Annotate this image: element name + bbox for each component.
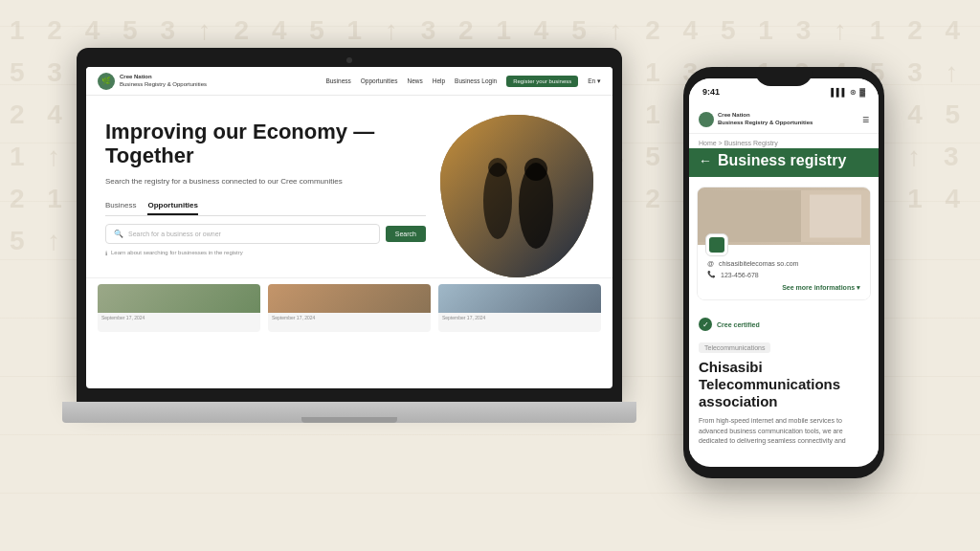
tab-opportunities[interactable]: Opportunities	[147, 201, 197, 215]
laptop-base	[62, 402, 636, 423]
phone-business-card: @ chisasibitelecomas so.com 📞 123-456-67…	[697, 187, 871, 300]
business-logo	[705, 233, 728, 256]
phone-time: 9:41	[702, 87, 720, 97]
phone-breadcrumb: Home > Business Registry	[689, 134, 879, 148]
laptop-camera	[346, 57, 352, 63]
phone-outer: 9:41 ▌▌▌ ⊛ ▓ Cree Nation Business Regist…	[683, 67, 884, 478]
language-selector[interactable]: En ▾	[588, 77, 601, 85]
hero-title: Improving our Economy — Together	[105, 120, 426, 168]
hero-silhouette	[440, 115, 593, 277]
laptop: 🌿 Cree Nation Business Registry & Opport…	[77, 48, 660, 459]
business-phone: 📞 123-456-678	[707, 271, 860, 278]
info-icon: ℹ	[105, 250, 107, 256]
news-card-date-1: September 17, 2024	[98, 313, 260, 322]
search-icon: 🔍	[114, 230, 123, 238]
business-card-image	[698, 187, 870, 245]
nav-links: Business Opportunities News Help Busines…	[325, 76, 601, 87]
hero-image	[440, 115, 593, 277]
nav-link-help[interactable]: Help	[433, 77, 445, 84]
search-placeholder: Search for a business or owner	[128, 231, 221, 237]
back-arrow-icon[interactable]: ←	[699, 153, 712, 168]
wifi-icon: ⊛	[850, 88, 857, 97]
nav-link-login[interactable]: Business Login	[455, 77, 497, 84]
svg-rect-0	[440, 115, 593, 277]
certified-badge: ✓ Cree certified	[699, 318, 869, 331]
menu-icon[interactable]: ≡	[862, 113, 869, 126]
news-card-1[interactable]: September 17, 2024	[98, 284, 260, 332]
search-tabs: Business Opportunities	[105, 201, 426, 216]
website-navbar: 🌿 Cree Nation Business Registry & Opport…	[86, 67, 612, 96]
phone-screen: 9:41 ▌▌▌ ⊛ ▓ Cree Nation Business Regist…	[689, 78, 879, 467]
svg-point-3	[488, 158, 507, 177]
news-card-date-2: September 17, 2024	[268, 313, 431, 322]
svg-rect-7	[810, 195, 861, 238]
news-card-img-1	[98, 284, 260, 313]
search-hint: ℹ Learn about searching for businesses i…	[105, 250, 426, 256]
email-icon: @	[707, 260, 714, 267]
hero-text: Improving our Economy — Together Search …	[105, 115, 426, 268]
phone-logo-text: Cree Nation Business Registry & Opportun…	[718, 112, 813, 127]
nav-link-news[interactable]: News	[407, 77, 422, 84]
see-more-button[interactable]: See more informations ▾	[707, 284, 860, 292]
nav-link-opportunities[interactable]: Opportunities	[361, 77, 398, 84]
news-card-date-3: September 17, 2024	[438, 313, 601, 322]
hero-subtitle: Search the registry for a business conne…	[105, 176, 426, 187]
business-description: From high-speed internet and mobile serv…	[699, 416, 869, 447]
phone-business-info: ✓ Cree certified Telecommunications Chis…	[689, 310, 879, 454]
telecom-category-tag: Telecommunications	[699, 342, 770, 353]
phone-icon: 📞	[707, 271, 716, 278]
search-input-wrap[interactable]: 🔍 Search for a business or owner	[105, 224, 380, 244]
news-card-3[interactable]: September 17, 2024	[438, 284, 601, 332]
phone-page-title: Business registry	[718, 152, 846, 169]
laptop-screen-outer: 🌿 Cree Nation Business Registry & Opport…	[77, 48, 622, 402]
signal-icon: ▌▌▌	[831, 88, 847, 97]
phone-logo-icon	[699, 112, 714, 127]
certified-icon: ✓	[699, 318, 712, 331]
search-button[interactable]: Search	[386, 226, 426, 242]
nav-logo-text: Cree Nation Business Registry & Opportun…	[120, 74, 207, 89]
phone-page-title-bar: ← Business registry	[689, 148, 879, 177]
phone-status-icons: ▌▌▌ ⊛ ▓	[831, 88, 865, 97]
certified-label: Cree certified	[717, 321, 760, 328]
hero-section: Improving our Economy — Together Search …	[86, 96, 612, 277]
battery-icon: ▓	[859, 88, 865, 97]
business-email: @ chisasibitelecomas so.com	[707, 260, 860, 267]
business-name: Chisasibi Telecommunications association	[699, 359, 869, 410]
news-card-img-2	[268, 284, 431, 313]
phone: 9:41 ▌▌▌ ⊛ ▓ Cree Nation Business Regist…	[683, 67, 884, 469]
register-button[interactable]: Register your business	[506, 76, 578, 87]
search-bar: 🔍 Search for a business or owner Search	[105, 224, 426, 244]
phone-navbar: Cree Nation Business Registry & Opportun…	[689, 105, 879, 134]
business-logo-inner	[709, 237, 724, 253]
laptop-screen: 🌿 Cree Nation Business Registry & Opport…	[86, 67, 612, 388]
news-strip: September 17, 2024 September 17, 2024 Se…	[86, 277, 612, 338]
nav-logo: 🌿 Cree Nation Business Registry & Opport…	[98, 73, 207, 90]
news-card-2[interactable]: September 17, 2024	[268, 284, 431, 332]
nav-logo-icon: 🌿	[98, 73, 115, 90]
phone-notch	[755, 67, 813, 86]
news-card-img-3	[438, 284, 601, 313]
svg-point-4	[524, 158, 547, 181]
phone-nav-logo: Cree Nation Business Registry & Opportun…	[699, 112, 813, 127]
nav-link-business[interactable]: Business	[325, 77, 350, 84]
tab-business[interactable]: Business	[105, 201, 136, 215]
